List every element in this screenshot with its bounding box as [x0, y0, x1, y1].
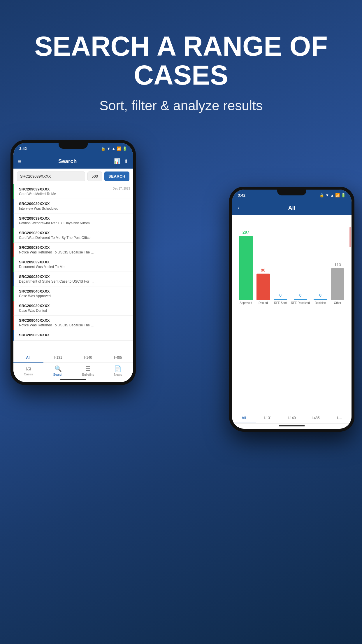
right-app-header: ← All — [232, 201, 352, 215]
case-status: Petition Withdrawn/Over 180 Days/Not Aut… — [19, 221, 95, 225]
case-item[interactable]: SRC209039XXXXCard Was Mailed To MeDec 27… — [13, 184, 133, 199]
case-number: SRC209040XXXX — [19, 318, 129, 323]
bar-other: 113 Other — [331, 262, 344, 304]
bulletins-icon: ☰ — [85, 365, 91, 372]
right-home-indicator — [232, 424, 352, 429]
left-tab-all[interactable]: All — [13, 353, 43, 363]
left-menu-icon[interactable]: ≡ — [18, 158, 21, 164]
case-item[interactable]: SRC209039XXXXCard Was Delivered To Me By… — [13, 228, 133, 243]
right-back-button[interactable]: ← — [237, 204, 243, 212]
scrollbar-indicator — [349, 227, 351, 247]
case-number: SRC209040XXXX — [19, 289, 129, 293]
case-item[interactable]: SRC209040XXXXCase Was Approved — [13, 286, 133, 301]
right-phone-notch — [277, 189, 306, 195]
news-label: News — [114, 373, 122, 376]
case-item[interactable]: SRC209039XXXXDepartment of State Sent Ca… — [13, 272, 133, 286]
case-item[interactable]: SRC209039XXXXInterview Was Scheduled — [13, 199, 133, 214]
bar-decision-rect — [314, 299, 327, 300]
bar-approved-rect — [239, 236, 253, 300]
bar-approved: 297 Approved — [239, 230, 253, 304]
left-chart-icon[interactable]: 📊 — [114, 158, 120, 164]
case-number: SRC209039XXXX — [19, 202, 129, 206]
right-phone-inner: 3:42 🔒 ▼ ▲ 📶 🔋 ← All — [232, 190, 352, 429]
case-item[interactable]: SRC209039XXXXPetition Withdrawn/Over 180… — [13, 214, 133, 228]
bar-decision-label: Decision — [315, 301, 326, 304]
nav-item-cases[interactable]: 🗂 Cases — [13, 365, 43, 376]
case-status: Case Was Approved — [19, 294, 95, 298]
right-tab-i131[interactable]: I-131 — [256, 413, 280, 423]
news-icon: 📄 — [114, 365, 122, 372]
bar-rfe-received-value: 0 — [299, 293, 302, 298]
search-nav-icon: 🔍 — [55, 365, 62, 372]
bar-rfe-received: 0 RFE Received — [291, 293, 310, 304]
bar-rfe-sent-value: 0 — [279, 293, 282, 298]
case-item[interactable]: SRC209039XXXXCase Was Denied — [13, 301, 133, 316]
bar-rfe-sent-label: RFE Sent — [274, 301, 287, 304]
bulletins-label: Bulletins — [82, 373, 94, 376]
right-form-tabs: All I-131 I-140 I-485 I-... — [232, 413, 352, 424]
left-app-header: ≡ Search 📊 ⬆ — [13, 154, 133, 169]
case-item[interactable]: SRC209039XXXX — [13, 330, 133, 341]
bar-denied-rect — [256, 274, 270, 300]
case-date: Dec 27, 2023 — [113, 187, 130, 190]
nav-item-search[interactable]: 🔍 Search — [43, 365, 73, 376]
left-search-input[interactable]: SRC209039XXXX — [17, 172, 85, 181]
case-status: Case Was Denied — [19, 309, 95, 313]
bar-rfe-received-label: RFE Received — [291, 301, 310, 304]
right-header-title: All — [247, 205, 337, 211]
right-status-time: 3:42 — [238, 193, 245, 197]
bar-denied-value: 90 — [261, 268, 266, 272]
cases-label: Cases — [24, 372, 33, 376]
right-tab-more[interactable]: I-... — [328, 413, 352, 423]
case-status: Card Was Delivered To Me By The Post Off… — [19, 236, 95, 240]
left-search-button[interactable]: SEARCH — [104, 172, 129, 181]
bar-approved-label: Approved — [240, 301, 252, 304]
bar-rfe-sent: 0 RFE Sent — [274, 293, 287, 304]
case-number: SRC209039XXXX — [19, 260, 129, 264]
left-header-title: Search — [58, 158, 77, 164]
left-share-icon[interactable]: ⬆ — [124, 158, 128, 164]
case-item[interactable]: SRC209039XXXXDocument Was Mailed To Me — [13, 257, 133, 272]
left-phone: 3:42 🔒 ▼ ▲ 📶 🔋 ≡ Search 📊 ⬆ — [10, 140, 136, 385]
bar-decision-value: 0 — [319, 293, 321, 298]
left-home-indicator — [13, 378, 133, 382]
nav-item-news[interactable]: 📄 News — [103, 365, 133, 376]
left-tab-i485[interactable]: I-485 — [103, 353, 133, 363]
case-number: SRC209039XXXX — [19, 274, 129, 279]
right-status-icons: 🔒 ▼ ▲ 📶 🔋 — [319, 193, 346, 197]
bar-decision: 0 Decision — [314, 293, 327, 304]
left-case-list: SRC209039XXXXCard Was Mailed To MeDec 27… — [13, 184, 133, 353]
cases-icon: 🗂 — [25, 365, 31, 372]
bar-chart: 297 Approved 90 Denied 0 RFE Sent — [235, 220, 349, 304]
bar-other-rect — [331, 268, 344, 300]
hero-section: SEARCH A RANGE OF CASES Sort, filter & a… — [0, 0, 362, 128]
left-phone-notch — [59, 142, 88, 149]
left-tab-i140[interactable]: I-140 — [73, 353, 103, 363]
left-search-bar: SRC209039XXXX 500 SEARCH — [13, 169, 133, 184]
case-item[interactable]: SRC209040XXXXNotice Was Returned To USCI… — [13, 316, 133, 330]
bar-rfe-received-rect — [294, 299, 307, 300]
right-tab-i140[interactable]: I-140 — [280, 413, 304, 423]
case-status: Document Was Mailed To Me — [19, 265, 95, 269]
bar-denied: 90 Denied — [256, 268, 270, 304]
left-bottom-nav: 🗂 Cases 🔍 Search ☰ Bulletins 📄 News — [13, 363, 133, 378]
right-tab-i485[interactable]: I-485 — [304, 413, 328, 423]
case-number: SRC209039XXXX — [19, 333, 129, 337]
left-status-icons: 🔒 ▼ ▲ 📶 🔋 — [101, 146, 127, 151]
right-phone: 3:42 🔒 ▼ ▲ 📶 🔋 ← All — [229, 187, 354, 432]
right-chart-area: 297 Approved 90 Denied 0 RFE Sent — [232, 215, 352, 413]
right-tab-all[interactable]: All — [232, 413, 256, 423]
nav-item-bulletins[interactable]: ☰ Bulletins — [73, 365, 103, 376]
hero-subtitle: Sort, filter & analyze results — [23, 98, 339, 113]
bar-other-value: 113 — [334, 262, 341, 267]
left-phone-inner: 3:42 🔒 ▼ ▲ 📶 🔋 ≡ Search 📊 ⬆ — [13, 143, 133, 382]
left-count-input[interactable]: 500 — [87, 172, 102, 181]
case-item[interactable]: SRC209039XXXXNotice Was Returned To USCI… — [13, 243, 133, 257]
case-status: Department of State Sent Case to USCIS F… — [19, 279, 95, 284]
case-number: SRC209039XXXX — [19, 245, 129, 250]
hero-title: SEARCH A RANGE OF CASES — [23, 32, 339, 90]
left-tab-i131[interactable]: I-131 — [43, 353, 73, 363]
left-form-tabs: All I-131 I-140 I-485 — [13, 353, 133, 363]
case-status: Notice Was Returned To USCIS Because The… — [19, 323, 95, 327]
case-status: Notice Was Returned To USCIS Because The… — [19, 250, 95, 254]
